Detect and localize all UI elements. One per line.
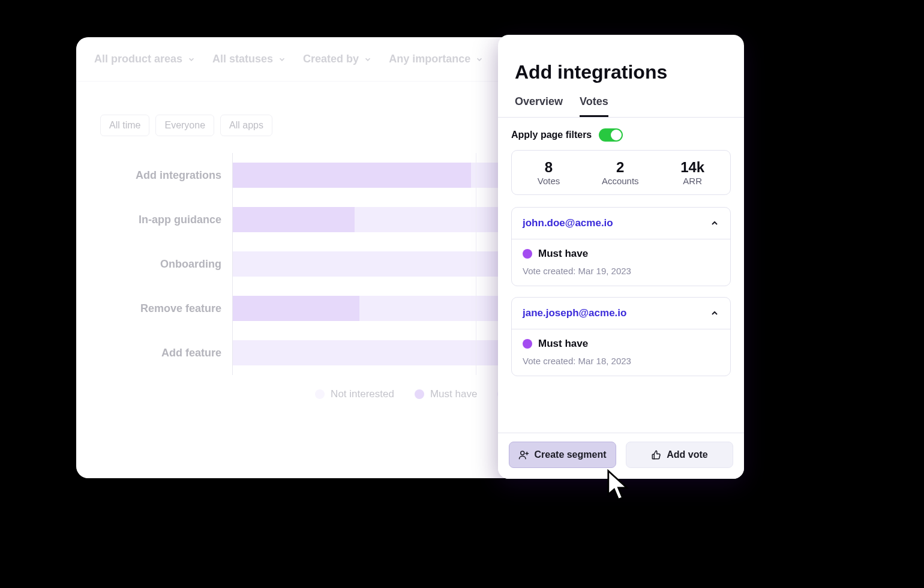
chart-row-label: Add feature (100, 331, 232, 375)
create-segment-button[interactable]: Create segment (509, 442, 616, 468)
svg-point-0 (521, 451, 524, 455)
filter-product-areas[interactable]: All product areas (94, 53, 196, 65)
stat-label: Accounts (602, 176, 639, 186)
filter-label: All statuses (212, 53, 273, 65)
vote-card: john.doe@acme.ioMust haveVote created: M… (511, 207, 731, 286)
stats-box: 8 Votes 2 Accounts 14k ARR (511, 150, 731, 195)
chip-time[interactable]: All time (100, 115, 149, 136)
bar-segment (233, 296, 359, 321)
panel-body: Apply page filters 8 Votes 2 Accounts 14… (498, 118, 744, 433)
vote-card-header[interactable]: john.doe@acme.io (512, 208, 730, 239)
button-label: Add vote (667, 449, 707, 460)
legend-must-have: Must have (415, 388, 477, 400)
stat-arr: 14k ARR (680, 159, 704, 186)
vote-importance: Must have (523, 338, 719, 350)
chart-row-label: Add integrations (100, 153, 232, 197)
tab-votes[interactable]: Votes (580, 95, 608, 117)
detail-panel: Add integrations Overview Votes Apply pa… (498, 35, 744, 479)
panel-footer: Create segment Add vote (498, 433, 744, 479)
filter-label: Created by (303, 53, 359, 65)
filter-importance[interactable]: Any importance (389, 53, 484, 65)
apply-filters-label: Apply page filters (511, 130, 592, 140)
vote-card-body: Must haveVote created: Mar 18, 2023 (512, 329, 730, 376)
bar-segment (233, 251, 534, 277)
vote-email[interactable]: john.doe@acme.io (523, 217, 613, 229)
chevron-up-icon (710, 218, 719, 228)
panel-tabs: Overview Votes (498, 89, 744, 118)
importance-dot-icon (523, 339, 532, 349)
bar-segment (233, 340, 505, 365)
vote-email[interactable]: jane.joseph@acme.io (523, 307, 626, 319)
stat-value: 14k (680, 159, 704, 176)
chevron-down-icon (364, 55, 372, 64)
panel-title: Add integrations (498, 35, 744, 89)
chart-row-label: Onboarding (100, 242, 232, 286)
apply-filters-toggle[interactable] (599, 128, 623, 142)
stat-votes: 8 Votes (538, 159, 560, 186)
thumbs-up-icon (651, 449, 662, 460)
chip-who[interactable]: Everyone (155, 115, 214, 136)
chart-row-label: Remove feature (100, 286, 232, 331)
user-plus-icon (518, 449, 529, 460)
importance-dot-icon (523, 249, 532, 259)
stat-accounts: 2 Accounts (602, 159, 639, 186)
bar-segment (233, 207, 355, 232)
bar-segment (233, 163, 471, 188)
importance-label: Must have (538, 338, 588, 350)
tab-overview[interactable]: Overview (515, 95, 563, 117)
stat-value: 2 (602, 159, 639, 176)
button-label: Create segment (534, 449, 606, 460)
chart-row-label: In-app guidance (100, 197, 232, 242)
legend-dot-icon (315, 389, 325, 399)
vote-card-body: Must haveVote created: Mar 19, 2023 (512, 239, 730, 286)
legend-dot-icon (415, 389, 424, 399)
stat-label: Votes (538, 176, 560, 186)
legend-label: Must have (430, 388, 477, 400)
chevron-up-icon (710, 308, 719, 318)
legend-label: Not interested (331, 388, 394, 400)
vote-created-label: Vote created: Mar 18, 2023 (523, 356, 719, 366)
chevron-down-icon (475, 55, 484, 64)
chevron-down-icon (278, 55, 286, 64)
filter-statuses[interactable]: All statuses (212, 53, 286, 65)
importance-label: Must have (538, 248, 588, 260)
vote-card: jane.joseph@acme.ioMust haveVote created… (511, 297, 731, 376)
stat-value: 8 (538, 159, 560, 176)
chevron-down-icon (187, 55, 196, 64)
legend-not-interested: Not interested (315, 388, 394, 400)
add-vote-button[interactable]: Add vote (626, 442, 733, 468)
vote-card-header[interactable]: jane.joseph@acme.io (512, 298, 730, 329)
stat-label: ARR (680, 176, 704, 186)
vote-importance: Must have (523, 248, 719, 260)
filter-label: Any importance (389, 53, 470, 65)
chip-apps[interactable]: All apps (220, 115, 272, 136)
filter-created-by[interactable]: Created by (303, 53, 372, 65)
filter-label: All product areas (94, 53, 182, 65)
apply-filters-row: Apply page filters (511, 128, 731, 142)
vote-created-label: Vote created: Mar 19, 2023 (523, 266, 719, 276)
